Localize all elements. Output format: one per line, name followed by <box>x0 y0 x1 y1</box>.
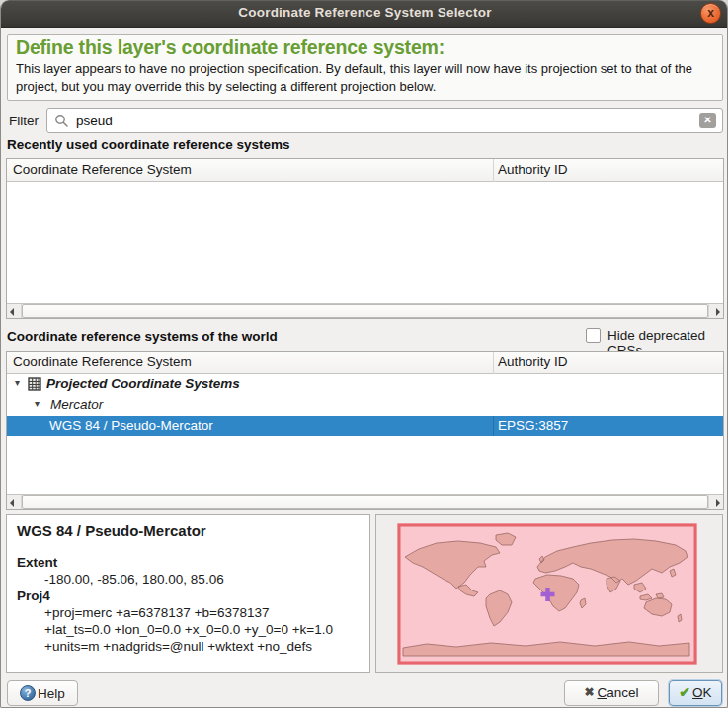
recent-heading: Recently used coordinate reference syste… <box>7 137 290 152</box>
recent-col-authority[interactable]: Authority ID <box>498 162 568 177</box>
recent-hscrollbar[interactable] <box>7 303 723 318</box>
header-title: Define this layer's coordinate reference… <box>16 36 714 59</box>
expander-icon[interactable]: ▾ <box>15 377 20 388</box>
filter-value: pseud <box>76 114 113 128</box>
close-icon[interactable]: x <box>700 3 721 24</box>
world-hscrollbar[interactable] <box>7 494 723 509</box>
ok-button[interactable]: ✔OK <box>669 680 722 706</box>
extent-value: -180.00, -85.06, 180.00, 85.06 <box>17 571 360 588</box>
scroll-right-icon[interactable] <box>708 304 723 318</box>
world-heading: Coordinate reference systems of the worl… <box>7 329 278 344</box>
world-table-header[interactable]: Coordinate Reference System Authority ID <box>7 352 723 374</box>
proj4-line: +proj=merc +a=6378137 +b=6378137 <box>17 604 360 621</box>
help-label: Help <box>38 686 65 701</box>
search-icon <box>54 114 69 128</box>
scrollbar-thumb[interactable] <box>22 495 708 509</box>
proj4-line: +units=m +nadgrids=@null +wktext +no_def… <box>17 638 360 655</box>
filter-label: Filter <box>9 114 39 128</box>
scroll-left-icon[interactable] <box>7 495 22 509</box>
filter-input[interactable]: pseud ✕ <box>46 108 723 133</box>
recent-col-crs[interactable]: Coordinate Reference System <box>13 162 192 177</box>
grid-icon <box>28 377 41 391</box>
authority-id[interactable]: EPSG:3857 <box>498 418 568 433</box>
scroll-right-icon[interactable] <box>708 495 723 509</box>
tree-row-mercator[interactable]: ▾ Mercator <box>7 395 723 416</box>
crs-selector-dialog: Coordinate Reference System Selector x D… <box>0 0 728 708</box>
proj4-line: +lat_ts=0.0 +lon_0=0.0 +x_0=0.0 +y_0=0 +… <box>17 621 360 638</box>
header-description: This layer appears to have no projection… <box>16 60 714 94</box>
crs-details-panel: WGS 84 / Pseudo-Mercator Extent -180.00,… <box>6 514 370 673</box>
help-button[interactable]: ?Help <box>7 680 78 706</box>
extent-label: Extent <box>17 554 360 571</box>
cancel-label: Cancel <box>598 685 639 700</box>
titlebar[interactable]: Coordinate Reference System Selector x <box>1 0 728 28</box>
world-table-body[interactable]: ▾ Projected Coordinate Systems ▾ Mercato… <box>7 374 723 494</box>
crs-name: WGS 84 / Pseudo-Mercator <box>17 522 360 539</box>
tree-row-wgs84-pseudo-mercator[interactable]: WGS 84 / Pseudo-Mercator EPSG:3857 <box>7 416 723 436</box>
world-map-preview <box>397 523 697 665</box>
world-crs-table[interactable]: Coordinate Reference System Authority ID… <box>6 351 724 510</box>
tree-label[interactable]: Mercator <box>50 397 103 412</box>
recent-table-body[interactable] <box>7 182 723 303</box>
tree-label[interactable]: WGS 84 / Pseudo-Mercator <box>49 418 213 433</box>
recent-table-header[interactable]: Coordinate Reference System Authority ID <box>7 159 723 182</box>
tree-label[interactable]: Projected Coordinate Systems <box>46 376 240 391</box>
map-preview-panel <box>375 514 723 673</box>
window-title: Coordinate Reference System Selector <box>1 5 728 20</box>
hide-deprecated-checkbox[interactable] <box>586 328 601 343</box>
recent-crs-table[interactable]: Coordinate Reference System Authority ID <box>6 158 724 319</box>
column-divider <box>493 416 494 436</box>
expander-icon[interactable]: ▾ <box>35 398 40 409</box>
cancel-button[interactable]: ✖Cancel <box>564 680 659 706</box>
scroll-left-icon[interactable] <box>7 304 22 318</box>
cancel-x-icon: ✖ <box>584 685 594 699</box>
ok-label: OK <box>692 685 712 700</box>
clear-filter-icon[interactable]: ✕ <box>699 113 716 128</box>
ok-check-icon: ✔ <box>679 684 690 700</box>
header-frame: Define this layer's coordinate reference… <box>7 34 723 101</box>
help-icon: ? <box>20 685 36 701</box>
proj4-label: Proj4 <box>17 588 360 604</box>
scrollbar-thumb[interactable] <box>22 304 708 318</box>
tree-row-projected-coordinate-systems[interactable]: ▾ Projected Coordinate Systems <box>7 374 723 395</box>
world-col-crs[interactable]: Coordinate Reference System <box>13 354 192 369</box>
world-col-authority[interactable]: Authority ID <box>498 354 568 369</box>
